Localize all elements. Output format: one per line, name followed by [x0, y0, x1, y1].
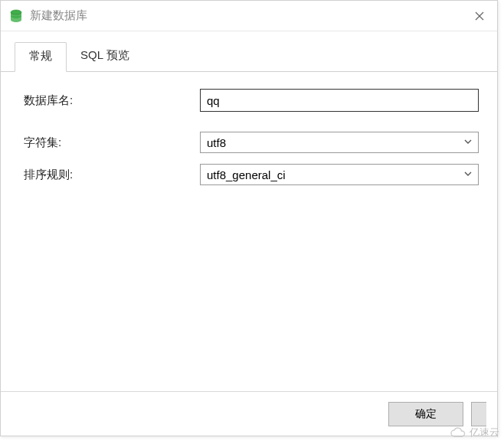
input-database-name[interactable]	[200, 89, 479, 112]
label-database-name: 数据库名:	[24, 93, 200, 108]
form-content: 数据库名: 字符集: 排序规则:	[1, 72, 497, 391]
database-icon	[8, 8, 24, 24]
ok-button[interactable]: 确定	[388, 402, 463, 426]
window-title: 新建数据库	[30, 8, 462, 23]
close-icon	[475, 11, 484, 21]
label-collation: 排序规则:	[24, 168, 200, 182]
row-charset: 字符集:	[24, 132, 479, 153]
new-database-dialog: 新建数据库 常规 SQL 预览 数据库名: 字符集:	[0, 0, 498, 436]
secondary-button[interactable]	[471, 402, 486, 426]
select-charset-value[interactable]	[200, 132, 479, 153]
tab-general-label: 常规	[29, 49, 52, 62]
row-collation: 排序规则:	[24, 164, 479, 185]
spacer	[24, 122, 479, 132]
tab-bar: 常规 SQL 预览	[1, 31, 497, 72]
select-collation[interactable]	[200, 164, 479, 185]
tab-sql-preview[interactable]: SQL 预览	[67, 42, 143, 72]
close-button[interactable]	[462, 1, 497, 31]
select-collation-value[interactable]	[200, 164, 479, 185]
label-charset: 字符集:	[24, 135, 200, 150]
select-charset[interactable]	[200, 132, 479, 153]
tab-general[interactable]: 常规	[15, 42, 67, 72]
ok-button-label: 确定	[415, 407, 437, 420]
titlebar: 新建数据库	[1, 1, 497, 31]
row-database-name: 数据库名:	[24, 89, 479, 112]
dialog-footer: 确定	[1, 391, 497, 436]
tab-sql-preview-label: SQL 预览	[80, 48, 129, 61]
